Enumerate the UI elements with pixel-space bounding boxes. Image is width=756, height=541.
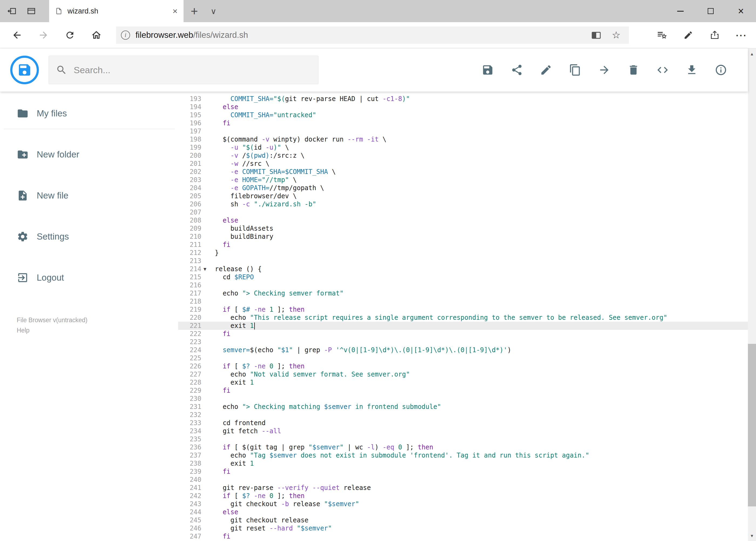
code-line[interactable]: 211 fi: [178, 241, 748, 249]
code-line[interactable]: 236 if [ $(git tag | grep "$semver" | wc…: [178, 443, 748, 451]
scroll-up-button[interactable]: ▲: [748, 48, 756, 59]
code-line[interactable]: 223: [178, 338, 748, 346]
favorite-button[interactable]: ☆: [606, 25, 626, 46]
code-line[interactable]: 230: [178, 395, 748, 403]
download-button[interactable]: [682, 58, 701, 82]
code-line[interactable]: 213: [178, 257, 748, 265]
hub-button[interactable]: [648, 25, 675, 46]
copy-button[interactable]: [566, 58, 585, 82]
code-line[interactable]: 201 -w //src \: [178, 160, 748, 168]
delete-button[interactable]: [624, 58, 643, 82]
vertical-scrollbar[interactable]: ▲ ▼: [748, 48, 756, 541]
code-line[interactable]: 238 exit 1: [178, 459, 748, 467]
maximize-button[interactable]: [695, 0, 726, 22]
code-line[interactable]: 243 git checkout -b release "$semver": [178, 500, 748, 508]
web-note-button[interactable]: [675, 25, 701, 46]
browser-tab[interactable]: wizard.sh ×: [49, 0, 183, 22]
code-line[interactable]: 214▾release () {: [178, 265, 748, 273]
share-button[interactable]: [507, 58, 527, 82]
code-line[interactable]: 216: [178, 281, 748, 289]
code-line[interactable]: 212}: [178, 249, 748, 257]
code-line[interactable]: 197: [178, 127, 748, 135]
url-text[interactable]: filebrowser.web/files/wizard.sh: [135, 30, 248, 40]
code-line[interactable]: 196 fi: [178, 119, 748, 127]
code-line[interactable]: 232: [178, 411, 748, 419]
code-line[interactable]: 229 fi: [178, 386, 748, 395]
fold-arrow-icon[interactable]: ▾: [201, 265, 215, 273]
sidebar-item-new-folder[interactable]: New folder: [0, 134, 178, 175]
code-line[interactable]: 200 -v /$(pwd):/src:z \: [178, 152, 748, 160]
code-editor[interactable]: 193 COMMIT_SHA="$(git rev-parse HEAD | c…: [178, 92, 748, 541]
reading-view-button[interactable]: [586, 25, 606, 46]
code-line[interactable]: 218: [178, 297, 748, 305]
code-line[interactable]: 203 -e HOME="//tmp" \: [178, 176, 748, 184]
code-line[interactable]: 242 if [ $? -ne 0 ]; then: [178, 492, 748, 500]
info-button[interactable]: [711, 58, 731, 82]
site-info-button[interactable]: i: [121, 31, 130, 40]
refresh-button[interactable]: [57, 25, 83, 46]
code-line[interactable]: 222 fi: [178, 330, 748, 338]
code-line[interactable]: 225: [178, 354, 748, 362]
code-line[interactable]: 195 COMMIT_SHA="untracked": [178, 111, 748, 119]
code-line[interactable]: 235: [178, 435, 748, 443]
code-line[interactable]: 245 git checkout release: [178, 516, 748, 524]
code-line[interactable]: 224 semver=$(echo "$1" | grep -P '^v(0|[…: [178, 346, 748, 354]
set-tabs-aside-button[interactable]: [3, 2, 21, 20]
move-button[interactable]: [595, 58, 614, 82]
tabs-preview-button[interactable]: [23, 2, 40, 20]
home-button[interactable]: [83, 25, 110, 46]
code-line[interactable]: 208 else: [178, 216, 748, 225]
sidebar-item-my-files[interactable]: My files: [0, 99, 178, 128]
help-link[interactable]: Help: [17, 327, 29, 334]
code-line[interactable]: 204 -e GOPATH=//tmp/gopath \: [178, 184, 748, 192]
code-line[interactable]: 206 sh -c "./wizard.sh -b": [178, 200, 748, 208]
code-line[interactable]: 210 buildBinary: [178, 233, 748, 241]
code-line[interactable]: 194 else: [178, 103, 748, 111]
sidebar-item-new-file[interactable]: New file: [0, 175, 178, 216]
browser-menu-button[interactable]: ⋯: [728, 25, 754, 46]
code-line[interactable]: 234 git fetch --all: [178, 427, 748, 435]
search-input[interactable]: [73, 65, 311, 76]
new-tab-button[interactable]: +: [183, 0, 205, 22]
code-line[interactable]: 246 git reset --hard "$semver": [178, 524, 748, 532]
back-button[interactable]: [4, 25, 30, 46]
close-window-button[interactable]: ×: [726, 0, 756, 22]
code-line[interactable]: 241 git rev-parse --verify --quiet relea…: [178, 484, 748, 492]
code-line[interactable]: 220 echo "This release script requires a…: [178, 313, 748, 322]
tab-preview-chevron-button[interactable]: ∨: [205, 0, 222, 22]
close-tab-button[interactable]: ×: [172, 7, 177, 15]
code-line[interactable]: 239 fi: [178, 467, 748, 476]
code-line[interactable]: 226 if [ $? -ne 0 ]; then: [178, 362, 748, 370]
code-line[interactable]: 244 else: [178, 508, 748, 516]
minimize-button[interactable]: [665, 0, 695, 22]
search-box[interactable]: [49, 56, 319, 84]
code-line[interactable]: 205 filebrowser/dev \: [178, 192, 748, 200]
address-bar[interactable]: i filebrowser.web/files/wizard.sh ☆: [116, 26, 629, 44]
code-line[interactable]: 228 exit 1: [178, 378, 748, 386]
code-line[interactable]: 237 echo "Tag $semver does not exist in …: [178, 451, 748, 459]
code-line[interactable]: 215 cd $REPO: [178, 273, 748, 281]
code-line[interactable]: 198 $(command -v winpty) docker run --rm…: [178, 135, 748, 144]
code-line[interactable]: 233 cd frontend: [178, 419, 748, 427]
code-line[interactable]: 247 fi: [178, 532, 748, 540]
raw-view-button[interactable]: [653, 58, 672, 82]
code-line[interactable]: 231 echo "> Checking matching $semver in…: [178, 403, 748, 411]
code-line[interactable]: 202 -e COMMIT_SHA=$COMMIT_SHA \: [178, 168, 748, 176]
code-line[interactable]: 221 exit 1: [178, 322, 748, 330]
rename-button[interactable]: [536, 58, 556, 82]
code-line[interactable]: 219 if [ $# -ne 1 ]; then: [178, 305, 748, 313]
code-line[interactable]: 193 COMMIT_SHA="$(git rev-parse HEAD | c…: [178, 95, 748, 103]
save-button[interactable]: [478, 58, 497, 82]
scroll-down-button[interactable]: ▼: [748, 530, 756, 541]
scrollbar-thumb[interactable]: [748, 344, 756, 506]
code-line[interactable]: 217 echo "> Checking semver format": [178, 289, 748, 297]
filebrowser-logo[interactable]: [10, 56, 39, 84]
sidebar-item-settings[interactable]: Settings: [0, 216, 178, 257]
code-line[interactable]: 209 buildAssets: [178, 225, 748, 233]
share-page-button[interactable]: [701, 25, 728, 46]
sidebar-item-logout[interactable]: Logout: [0, 257, 178, 298]
code-line[interactable]: 227 echo "Not valid semver format. See s…: [178, 370, 748, 378]
code-line[interactable]: 199 -u "$(id -u)" \: [178, 144, 748, 152]
forward-button[interactable]: [30, 25, 57, 46]
code-line[interactable]: 207: [178, 208, 748, 216]
